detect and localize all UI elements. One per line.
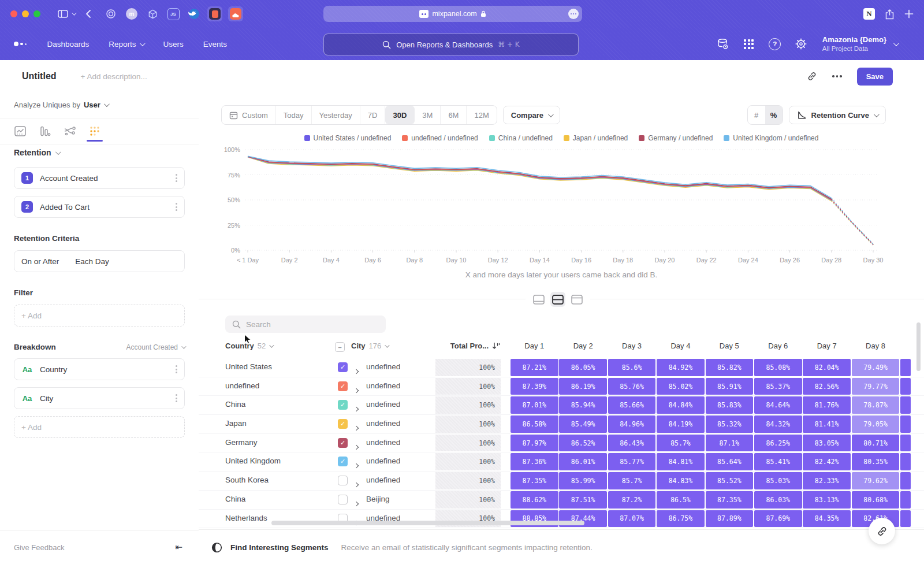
retention-value-cell[interactable]: 85.83% xyxy=(706,396,754,414)
browser-extension-target-icon[interactable] xyxy=(103,6,118,21)
step-menu-icon[interactable] xyxy=(176,203,177,211)
collapse-sidebar-icon[interactable]: ⇤ xyxy=(175,542,182,552)
column-day-header[interactable]: Day 6 xyxy=(754,342,802,350)
horizontal-scrollbar[interactable] xyxy=(271,521,584,525)
nav-item-users[interactable]: Users xyxy=(163,40,184,49)
retention-value-cell[interactable]: 87.21% xyxy=(511,359,558,376)
range-button-custom[interactable]: Custom xyxy=(222,106,276,124)
retention-value-cell[interactable]: 83.13% xyxy=(803,491,851,509)
retention-value-cell[interactable]: 86.43% xyxy=(608,435,656,452)
range-button-today[interactable]: Today xyxy=(276,106,312,124)
retention-value-cell[interactable]: 84.32% xyxy=(754,415,802,433)
legend-item[interactable]: undefined / undefined xyxy=(402,134,478,142)
find-interesting-segments-button[interactable]: Find Interesting Segments xyxy=(230,543,329,552)
criteria-mode[interactable]: On or After xyxy=(21,257,59,266)
legend-item[interactable]: United States / undefined xyxy=(304,134,392,142)
expand-row-icon[interactable] xyxy=(355,459,358,470)
browser-extension-cube-icon[interactable] xyxy=(145,6,160,21)
layout-split-icon[interactable] xyxy=(550,292,565,307)
help-icon[interactable]: ? xyxy=(769,38,781,50)
nav-item-reports[interactable]: Reports xyxy=(109,40,143,49)
retention-value-cell[interactable]: 84.19% xyxy=(657,415,705,433)
column-day-header[interactable]: Day 3 xyxy=(608,342,656,350)
tab-funnels[interactable] xyxy=(39,121,51,141)
retention-value-cell[interactable]: 85.37% xyxy=(754,378,802,395)
retention-value-cell[interactable]: 85.91% xyxy=(706,378,754,395)
table-row[interactable]: Japan✓undefined100%86.58%85.49%84.96%84.… xyxy=(199,415,924,434)
unit-percent-button[interactable]: % xyxy=(765,106,783,124)
table-row[interactable]: Germany✓undefined100%87.97%86.52%86.43%8… xyxy=(199,434,924,453)
retention-value-cell[interactable]: 84.64% xyxy=(754,396,802,414)
retention-value-cell[interactable]: 87.36% xyxy=(511,453,558,470)
step-menu-icon[interactable] xyxy=(176,174,177,182)
window-close-button[interactable] xyxy=(10,10,17,17)
expand-row-icon[interactable] xyxy=(355,384,358,395)
retention-value-cell[interactable]: 84.81% xyxy=(657,453,705,470)
retention-value-cell[interactable]: 86.01% xyxy=(559,453,607,470)
retention-value-cell[interactable]: 84.96% xyxy=(608,415,656,433)
retention-value-cell[interactable]: 85.6% xyxy=(608,359,656,376)
expand-row-icon[interactable] xyxy=(355,422,358,432)
range-button-12m[interactable]: 12M xyxy=(467,106,496,124)
retention-section-header[interactable]: Retention xyxy=(14,148,185,157)
retention-value-cell[interactable]: 87.51% xyxy=(559,491,607,509)
retention-value-cell[interactable]: 79.62% xyxy=(852,472,900,489)
legend-item[interactable]: China / undefined xyxy=(489,134,553,142)
retention-value-cell[interactable]: 81.76% xyxy=(803,396,851,414)
retention-step-1[interactable]: 1 Account Created xyxy=(14,167,185,189)
expand-row-icon[interactable] xyxy=(355,365,358,376)
legend-item[interactable]: United Kingdom / undefined xyxy=(724,134,818,142)
table-row[interactable]: United States✓undefined100%87.21%86.05%8… xyxy=(199,358,924,377)
window-minimize-button[interactable] xyxy=(22,10,29,17)
add-description-button[interactable]: + Add description... xyxy=(81,72,147,81)
give-feedback-link[interactable]: Give Feedback xyxy=(14,543,175,552)
retention-value-cell[interactable]: 82.33% xyxy=(803,472,851,489)
window-zoom-button[interactable] xyxy=(33,10,40,17)
column-day-header[interactable]: Day 5 xyxy=(706,342,754,350)
retention-value-cell[interactable]: 87.1% xyxy=(706,435,754,452)
expand-row-icon[interactable] xyxy=(355,441,358,451)
breakdown-city[interactable]: Aa City xyxy=(14,387,185,409)
column-total-header[interactable]: Total Pro... xyxy=(435,342,501,350)
chart-type-selector[interactable]: Retention Curve xyxy=(789,106,886,124)
share-link-fab[interactable] xyxy=(869,518,895,544)
breakdown-scope-selector[interactable]: Account Created xyxy=(126,343,185,351)
filter-add-button[interactable]: + Add xyxy=(14,305,185,326)
retention-value-cell[interactable]: 85.08% xyxy=(754,359,802,376)
expand-row-icon[interactable] xyxy=(355,403,358,413)
column-city-header[interactable]: City176 xyxy=(351,342,388,350)
column-day-header[interactable]: Day 4 xyxy=(657,342,705,350)
browser-extension-cloud-icon[interactable] xyxy=(228,6,243,21)
retention-value-cell[interactable]: 87.07% xyxy=(608,510,656,528)
retention-value-cell[interactable]: 84.92% xyxy=(657,359,705,376)
address-more-icon[interactable] xyxy=(568,9,579,19)
retention-value-cell[interactable]: 86.19% xyxy=(559,378,607,395)
table-search-input[interactable]: Search xyxy=(225,316,386,333)
retention-value-cell[interactable]: 85.7% xyxy=(608,472,656,489)
layout-chart-only-icon[interactable] xyxy=(531,292,546,307)
vertical-scrollbar[interactable] xyxy=(916,322,921,371)
analyze-uniques-value[interactable]: User xyxy=(84,101,100,109)
retention-value-cell[interactable]: 86.5% xyxy=(657,491,705,509)
layout-table-only-icon[interactable] xyxy=(569,292,584,307)
retention-value-cell[interactable]: 85.77% xyxy=(608,453,656,470)
table-row[interactable]: United Kingdom✓undefined100%87.36%86.01%… xyxy=(199,452,924,472)
retention-value-cell[interactable]: 86.75% xyxy=(657,510,705,528)
retention-value-cell[interactable]: 85.99% xyxy=(559,472,607,489)
range-button-30d[interactable]: 30D xyxy=(385,106,415,124)
table-row[interactable]: Netherlandsundefined100%88.85%87.44%87.0… xyxy=(199,510,924,529)
data-management-icon[interactable] xyxy=(717,38,729,50)
tab-insights[interactable] xyxy=(14,121,27,141)
table-row[interactable]: China✓undefined100%87.01%85.94%85.66%84.… xyxy=(199,396,924,415)
column-day-header[interactable]: Day 8 xyxy=(852,342,900,350)
retention-value-cell[interactable]: 80.68% xyxy=(852,491,900,509)
range-button-3m[interactable]: 3M xyxy=(415,106,441,124)
retention-value-cell[interactable]: 87.89% xyxy=(706,510,754,528)
retention-value-cell[interactable]: 88.62% xyxy=(511,491,558,509)
compare-button[interactable]: Compare xyxy=(503,106,560,124)
notion-extension-icon[interactable]: N xyxy=(863,8,875,20)
column-day-header[interactable]: Day 2 xyxy=(559,342,607,350)
retention-value-cell[interactable]: 87.2% xyxy=(608,491,656,509)
retention-value-cell[interactable]: 86.03% xyxy=(754,491,802,509)
breakdown-menu-icon[interactable] xyxy=(176,365,177,373)
